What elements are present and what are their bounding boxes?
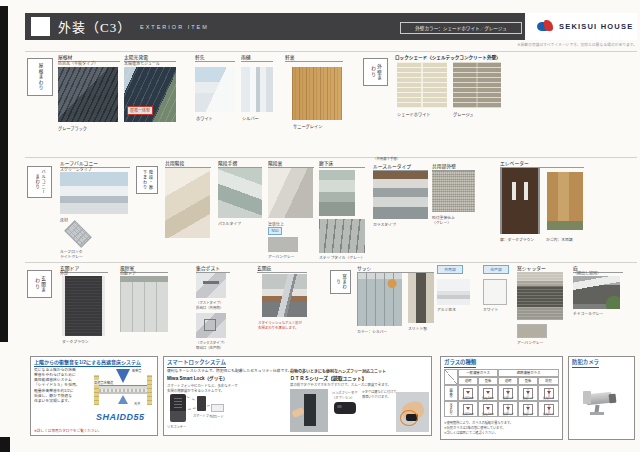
label-ic-card: ICカード bbox=[211, 414, 224, 419]
header-checkbox bbox=[31, 17, 50, 36]
photo-stair-handrail bbox=[218, 168, 262, 218]
shaidd-logo: SHAIDD55 bbox=[96, 412, 145, 422]
photo-balcony-tile bbox=[60, 220, 98, 248]
tile-diamond bbox=[64, 220, 91, 247]
caption-chip-white: ホワイト bbox=[483, 307, 498, 312]
section-label-stairs: 階段・廊下まわり bbox=[136, 166, 158, 194]
canopy-note-2: 玄関まわりを演出します。 bbox=[258, 325, 298, 330]
glass-col-header: 防犯 bbox=[538, 377, 559, 385]
photo-entrance-door bbox=[62, 276, 105, 336]
reflection-arrow-icon bbox=[506, 391, 510, 394]
solar-red-tag: 屋根一体型 bbox=[127, 106, 153, 115]
caption-sash-color: カラー：シルバー bbox=[357, 329, 387, 334]
tag-common-part: 共用部 bbox=[437, 265, 463, 274]
caption-eaves: ホワイト bbox=[196, 115, 213, 121]
camera-title: 防犯カメラ bbox=[572, 358, 599, 368]
page-subtitle: EXTERIOR ITEM bbox=[140, 24, 209, 30]
caption-wall-white: シェードホワイト bbox=[397, 111, 431, 117]
glass-cell-caption: 型板4mm bbox=[479, 396, 497, 400]
section-label-entrance: 玄関まわり bbox=[27, 270, 52, 298]
photo-slit-window bbox=[408, 273, 434, 323]
photo-lock-unit bbox=[170, 394, 186, 422]
glass-group-header: 一般複層ガラス bbox=[458, 369, 498, 377]
color-code-tag: N50 bbox=[268, 227, 282, 235]
glass-title: ガラスの種類 bbox=[444, 358, 476, 368]
scan-corner-mark bbox=[0, 437, 10, 452]
item-header-common-wall: 共用部外壁 bbox=[432, 162, 475, 171]
label-remote-key: リモコンキー bbox=[167, 424, 186, 429]
highlight-ring bbox=[400, 410, 418, 426]
photo-hand-with-tag bbox=[396, 392, 429, 432]
glass-cell-caption: 型板ペア bbox=[519, 396, 537, 400]
photo-spray-wall bbox=[432, 171, 475, 212]
smartlock-note-2: 携帯いただけます。 bbox=[362, 394, 390, 399]
post-slot bbox=[203, 281, 219, 284]
photo-window-canopy bbox=[573, 276, 620, 309]
sound-title: 上階からの衝撃音を1/2にする高遮音床システム bbox=[34, 358, 141, 367]
photo-entrance-canopy bbox=[262, 274, 307, 317]
wall-sample-greige bbox=[453, 62, 501, 108]
photo-handsfree-tag bbox=[334, 402, 356, 414]
caption-elevator-door: 扉：ダークブラウン bbox=[500, 237, 534, 242]
glass-cell: 型板4mm bbox=[478, 385, 498, 401]
caption-elevator-cab: かご内：木目調 bbox=[546, 237, 573, 242]
photo-stair-ceiling bbox=[268, 168, 313, 218]
glass-col-header: 透明 bbox=[498, 377, 518, 385]
smartlock-lead: 便利なキーレスシステムで、防犯性にも配慮したセキュリティ仕様です。 bbox=[167, 368, 291, 373]
glass-cell-caption: 透明ペア bbox=[499, 412, 517, 416]
glass-cell: 型板4mm bbox=[478, 401, 498, 417]
logo-red-shape bbox=[544, 20, 553, 31]
wall-color-tag: 外壁カラー：シェードホワイト／グレージュ bbox=[400, 22, 522, 34]
photo-smartphone bbox=[197, 396, 206, 411]
glass-cell: 透明5mm bbox=[458, 385, 478, 401]
glass-cell: 型板ペア bbox=[518, 385, 538, 401]
caption-slit-window: スリット窓 bbox=[408, 326, 427, 331]
glass-cell: 型板ペア bbox=[518, 401, 538, 417]
photo-elevator-door bbox=[500, 168, 540, 234]
photo-steps bbox=[319, 219, 365, 253]
caption-soffit: サニーグレイン bbox=[293, 123, 322, 129]
item-name-solar: 太陽電池モジュール bbox=[124, 60, 160, 66]
chip-urban-gray bbox=[268, 237, 298, 252]
glass-note-3: ※詳しくは図面にてご確認ください。 bbox=[444, 430, 498, 435]
wall-sample-white bbox=[397, 62, 447, 108]
caption-glass-type: ガラスタイプ bbox=[373, 222, 396, 227]
caption-post-b2: 取出口（住戸側） bbox=[196, 345, 223, 350]
photo-auto-door bbox=[120, 276, 168, 332]
item-header-handrail: 階段手摺 bbox=[218, 159, 262, 168]
diagram-label-impact: 衝撃音 bbox=[132, 368, 142, 373]
glass-cell-caption: 透明ペア bbox=[499, 396, 517, 400]
caption-roofing: グレーブラック bbox=[58, 125, 87, 131]
photo-parapet-cap bbox=[437, 279, 470, 305]
reflection-arrow-icon bbox=[486, 407, 490, 410]
impact-cone-bottom bbox=[118, 395, 128, 404]
reader-panel bbox=[304, 394, 316, 426]
reflection-arrow-icon bbox=[526, 391, 530, 394]
caption-parapet-cap: アルミ笠木 bbox=[437, 307, 456, 312]
smartlock-product: Miwa Smart Lock（グリモ） bbox=[167, 375, 228, 381]
glass-cell: 透明5mm bbox=[458, 401, 478, 417]
glass-cell: 防犯ペア bbox=[538, 401, 559, 417]
glass-cell: 透明ペア bbox=[498, 401, 518, 417]
photo-roof-balcony bbox=[60, 172, 128, 214]
caption-handrail: パネルタイプ bbox=[218, 221, 241, 226]
elevator-door-window-right bbox=[524, 182, 528, 200]
glass-corner-cell bbox=[444, 369, 458, 385]
caption-tile-2: ライトグレー bbox=[60, 254, 83, 259]
caption-urban-gray: アーバングレー bbox=[268, 254, 295, 259]
photo-stairs-render bbox=[165, 168, 210, 238]
post-door bbox=[204, 319, 216, 331]
reflection-arrow-icon bbox=[526, 407, 530, 410]
item-header-entrance-canopy: 玄関庇 bbox=[257, 264, 307, 273]
brand-logo-icon bbox=[537, 20, 555, 33]
diagram-ceiling bbox=[99, 392, 147, 394]
row-divider-1 bbox=[25, 51, 637, 52]
item-header-elevator: エレベーター bbox=[500, 159, 584, 168]
item-header-corridor-floor: 廊下床 bbox=[319, 159, 365, 168]
photo-reader-unit bbox=[290, 389, 328, 432]
smartlock-desc-2: 玄関の施解錠ができるシステムです。 bbox=[167, 388, 224, 393]
reflection-arrow-icon bbox=[547, 391, 551, 394]
item-header-soffit: 軒裏 bbox=[285, 53, 343, 62]
camera-lens bbox=[609, 394, 617, 404]
caption-step-tile: ステップタイル〈グレー〉 bbox=[319, 255, 365, 260]
